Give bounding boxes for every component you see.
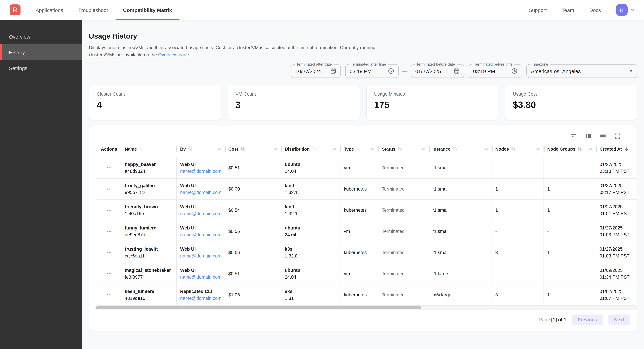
email-link[interactable]: name@domain.com [180, 296, 224, 301]
avatar[interactable]: K [616, 4, 628, 16]
column-header-distribution[interactable]: Distribution [281, 141, 340, 157]
column-header-nodes[interactable]: Nodes [492, 141, 544, 157]
stat-label: VM Count [236, 91, 352, 97]
sort-icon [577, 146, 582, 151]
cell-text: Terminated [382, 271, 429, 276]
density-icon[interactable] [600, 133, 606, 139]
calendar-icon[interactable] [454, 68, 460, 74]
filter-icon[interactable] [570, 133, 577, 139]
row-actions-button[interactable] [106, 292, 113, 297]
row-actions-button[interactable] [106, 208, 113, 213]
field-label: Terminated after time [349, 62, 388, 66]
cell-nodes: - [492, 157, 544, 178]
column-menu-icon[interactable] [371, 148, 374, 150]
column-header-name[interactable]: Name [121, 141, 177, 157]
page-title: Usage History [89, 32, 637, 40]
column-header-instance[interactable]: Instance [429, 141, 492, 157]
sidebar-item-settings[interactable]: Settings [0, 60, 82, 76]
column-header-cost[interactable]: Cost [225, 141, 281, 157]
column-menu-icon[interactable] [218, 148, 221, 150]
column-header-status[interactable]: Status [378, 141, 429, 157]
row-actions-button[interactable] [106, 186, 113, 191]
terminated-after-date-field[interactable]: Terminated after date 10/27/2024 [291, 64, 341, 78]
table-row: magical_stonebrakerfe3f8977Web UIname@do… [98, 263, 637, 285]
cell-instance: r1.small [429, 242, 492, 263]
link-docs[interactable]: Docs [589, 7, 601, 13]
replicated-logo[interactable]: R [10, 4, 20, 15]
cell-instance: r1.large [429, 263, 492, 284]
terminated-before-date-field[interactable]: Terminated before date 01/27/2025 [411, 64, 464, 78]
terminated-after-time-field[interactable]: Terminated after time 03:19 PM [345, 64, 398, 78]
column-header-node-groups[interactable]: Node Groups [544, 141, 596, 157]
cell-text: eks [285, 289, 340, 294]
row-actions-button[interactable] [106, 250, 113, 255]
column-menu-icon[interactable] [536, 148, 540, 150]
row-actions-button[interactable] [106, 229, 113, 234]
previous-button[interactable]: Previous [572, 315, 603, 325]
chevron-down-icon[interactable] [630, 7, 635, 13]
email-link[interactable]: name@domain.com [180, 275, 224, 280]
row-actions-button[interactable] [106, 271, 113, 276]
clock-icon[interactable] [511, 68, 518, 74]
email-link[interactable]: name@domain.com [180, 190, 224, 195]
cell-nodes: 1 [492, 200, 544, 221]
cell-name: funny_lumierede9ed87d [121, 221, 177, 242]
cell-type: kubernetes [340, 285, 378, 305]
cell-created-at: 01/27/202501:03 PM PST [596, 242, 637, 263]
sort-icon [397, 146, 402, 151]
terminated-before-time-field[interactable]: Terminated before time 03:19 PM [469, 64, 522, 78]
cell-distribution: ubuntu24.04 [281, 221, 340, 242]
cell-text: 24.04 [285, 275, 340, 280]
cell-distribution: kind1.32.1 [281, 200, 340, 221]
column-menu-icon[interactable] [274, 148, 277, 150]
cell-actions [98, 157, 121, 178]
column-header-created-at[interactable]: Created At [596, 141, 637, 157]
cell-text: a48d9324 [125, 169, 176, 174]
email-link[interactable]: name@domain.com [180, 211, 224, 216]
field-label: Terminated after date [295, 62, 334, 66]
row-actions-button[interactable] [106, 165, 113, 170]
column-header-by[interactable]: By [177, 141, 225, 157]
tab-applications[interactable]: Applications [28, 0, 71, 20]
cell-text: Terminated [382, 229, 429, 234]
tab-label: Applications [36, 7, 63, 13]
clock-icon[interactable] [388, 68, 394, 74]
tab-troubleshoot[interactable]: Troubleshoot [71, 0, 116, 20]
columns-icon[interactable] [585, 133, 591, 139]
email-link[interactable]: name@domain.com [180, 169, 224, 174]
next-button[interactable]: Next [608, 315, 630, 325]
cell-text: Web UI [180, 204, 224, 209]
cell-name: friendly_brown1f40a19e [121, 200, 177, 221]
cell-cost: $0.51 [225, 157, 281, 178]
email-link[interactable]: name@domain.com [180, 253, 224, 259]
link-support[interactable]: Support [529, 7, 546, 13]
column-menu-icon[interactable] [484, 148, 488, 150]
scrollbar-thumb[interactable] [96, 306, 421, 309]
email-link[interactable]: name@domain.com [180, 232, 224, 237]
cell-text: Terminated [382, 250, 429, 255]
cell-text: kubernetes [344, 250, 378, 255]
overview-page-link[interactable]: Overview page [158, 52, 189, 57]
logo-letter: R [13, 6, 18, 14]
stat-label: Usage Minutes [374, 91, 491, 97]
cell-text: 01/09/2025 [600, 268, 637, 273]
fullscreen-icon[interactable] [614, 133, 620, 139]
sidebar-item-overview[interactable]: Overview [0, 29, 82, 44]
column-menu-icon[interactable] [333, 148, 336, 150]
calendar-icon[interactable] [330, 68, 336, 74]
cell-by: Web UIname@domain.com [177, 242, 225, 263]
column-menu-icon[interactable] [422, 148, 425, 150]
link-team[interactable]: Team [562, 7, 574, 13]
cell-instance: r1.small [429, 179, 492, 199]
column-header-type[interactable]: Type [340, 141, 378, 157]
cell-text: 1 [547, 250, 596, 255]
tab-compatibility-matrix[interactable]: Compatibility Matrix [116, 0, 180, 20]
sidebar-item-label: Overview [9, 34, 30, 39]
cell-text: $0.54 [228, 208, 281, 213]
cell-text: de9ed87d [125, 232, 176, 237]
page-value: [1] of 1 [551, 317, 566, 322]
column-menu-icon[interactable] [588, 148, 592, 150]
sidebar-item-label: Settings [9, 65, 27, 71]
timezone-select[interactable]: Timezone America/Los_Angeles [526, 64, 637, 78]
sidebar-item-history[interactable]: History [0, 44, 82, 60]
